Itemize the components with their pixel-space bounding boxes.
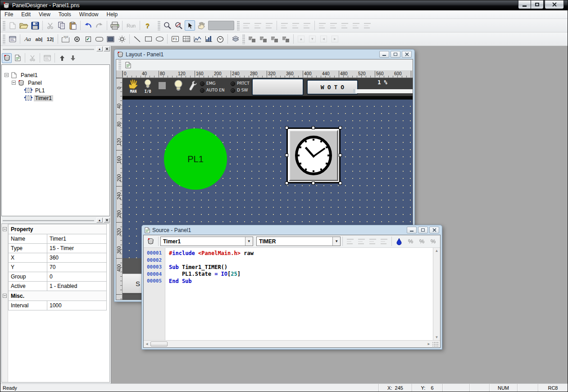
property-key[interactable]: Group bbox=[9, 272, 47, 282]
item-properties-button[interactable] bbox=[42, 53, 52, 63]
resize-handle-s[interactable] bbox=[312, 182, 315, 185]
resize-handle-e[interactable] bbox=[339, 154, 342, 157]
object-combo[interactable]: Timer1 ▼ bbox=[160, 237, 253, 246]
property-key[interactable]: Name bbox=[9, 234, 47, 244]
fit-left-icon[interactable]: ◄ bbox=[318, 34, 329, 44]
tree-item-panel[interactable]: Panel bbox=[2, 79, 109, 87]
property-value[interactable]: 0 bbox=[47, 272, 107, 282]
open-icon[interactable] bbox=[18, 20, 29, 31]
button-tool-icon[interactable] bbox=[94, 34, 105, 44]
macro-percent2-icon[interactable]: % bbox=[417, 236, 427, 246]
scroll-down-icon[interactable]: ▼ bbox=[435, 335, 439, 339]
property-key[interactable]: Active bbox=[9, 282, 47, 291]
align-left-icon[interactable] bbox=[279, 20, 290, 31]
run-button[interactable]: Run bbox=[125, 20, 137, 31]
uncomment-icon[interactable] bbox=[379, 236, 389, 246]
toolbar-grip[interactable] bbox=[242, 34, 245, 44]
rect-tool-icon[interactable] bbox=[143, 34, 154, 44]
vertical-scrollbar[interactable]: ▲ ▼ bbox=[433, 248, 440, 340]
line-tool-icon[interactable] bbox=[132, 34, 142, 44]
man-hand-icon[interactable] bbox=[128, 79, 139, 90]
property-value[interactable]: 1 - Enabled bbox=[47, 282, 107, 291]
blank-panel-button[interactable] bbox=[252, 79, 303, 95]
property-value[interactable]: 1000 bbox=[47, 301, 107, 310]
mode-button-disabled[interactable] bbox=[208, 21, 234, 30]
tree-item-timer1[interactable]: Timer1 bbox=[2, 94, 109, 102]
tree-pane-header[interactable]: ▲ bbox=[0, 46, 111, 52]
pl1-lamp-widget[interactable]: PL1 bbox=[164, 128, 227, 190]
ellipse-tool-icon[interactable] bbox=[154, 34, 165, 44]
toolbar-grip[interactable] bbox=[3, 21, 5, 31]
graph-tool-icon[interactable] bbox=[192, 34, 203, 44]
show-layout-button[interactable] bbox=[2, 53, 12, 63]
macro-percent3-icon[interactable]: % bbox=[428, 236, 438, 246]
child-restore-button[interactable] bbox=[391, 51, 400, 58]
resize-handle-w[interactable] bbox=[285, 154, 288, 157]
pane-collapse-button[interactable]: ▲ bbox=[96, 46, 103, 51]
emg-led[interactable] bbox=[200, 82, 204, 86]
property-pane-header[interactable]: ▲ bbox=[0, 217, 111, 223]
align-top-icon[interactable] bbox=[241, 20, 252, 31]
align-bottom-icon[interactable] bbox=[264, 20, 274, 31]
form-properties-icon[interactable] bbox=[7, 34, 18, 44]
cut-icon[interactable] bbox=[45, 20, 55, 31]
toolbar-grip[interactable] bbox=[158, 21, 160, 31]
image-tool-icon[interactable] bbox=[105, 34, 116, 44]
property-value[interactable]: Timer1 bbox=[47, 234, 107, 244]
resize-handle-sw[interactable] bbox=[285, 182, 288, 185]
zoom-icon[interactable] bbox=[162, 20, 173, 31]
move-up-button[interactable] bbox=[57, 53, 67, 63]
property-value[interactable]: 360 bbox=[47, 253, 107, 263]
view-source-icon[interactable] bbox=[123, 60, 133, 70]
backward-one-icon[interactable] bbox=[281, 34, 291, 44]
same-width-icon[interactable] bbox=[340, 20, 350, 31]
resize-handle-n[interactable] bbox=[312, 126, 315, 129]
layers-icon[interactable] bbox=[230, 34, 241, 44]
property-key[interactable]: Y bbox=[9, 263, 47, 272]
horizontal-scrollbar[interactable]: ◄ ► bbox=[144, 340, 440, 347]
menu-file[interactable]: File bbox=[0, 10, 17, 18]
toolbar-grip[interactable] bbox=[3, 34, 5, 44]
property-value[interactable]: 70 bbox=[47, 263, 107, 272]
tree-expander-icon[interactable] bbox=[5, 73, 9, 77]
redo-icon[interactable] bbox=[94, 20, 105, 31]
property-category[interactable]: Property bbox=[9, 224, 107, 234]
indent-decrease-icon[interactable] bbox=[356, 236, 367, 246]
pane-splitter[interactable] bbox=[3, 48, 94, 50]
copy-icon[interactable] bbox=[56, 20, 67, 31]
print-icon[interactable] bbox=[109, 20, 120, 31]
space-down-icon[interactable] bbox=[328, 20, 339, 31]
show-source-button[interactable] bbox=[13, 53, 23, 63]
align-vcenter-icon[interactable] bbox=[253, 20, 263, 31]
autoen-led[interactable] bbox=[200, 88, 204, 93]
pane-collapse-button[interactable]: ▲ bbox=[96, 218, 103, 223]
child-close-button[interactable] bbox=[429, 227, 439, 233]
resize-handle-ne[interactable] bbox=[339, 126, 342, 129]
syntax-color-icon[interactable] bbox=[394, 236, 404, 246]
undo-icon[interactable] bbox=[83, 20, 93, 31]
wrench-icon[interactable] bbox=[188, 79, 197, 93]
fkey-tool-icon[interactable]: F1 bbox=[170, 34, 180, 44]
property-category[interactable]: Misc. bbox=[9, 291, 107, 301]
code-area[interactable]: 00001 #include <PanelMain.h> raw 00002 0… bbox=[144, 248, 433, 340]
zoom-off-icon[interactable] bbox=[173, 20, 184, 31]
tree-item-pl1[interactable]: PL1 bbox=[2, 87, 109, 94]
lamp-tool-icon[interactable] bbox=[117, 34, 127, 44]
send-back-icon[interactable] bbox=[258, 34, 268, 44]
woto-button[interactable]: WOTO bbox=[307, 80, 358, 94]
resize-handle-se[interactable] bbox=[339, 182, 342, 185]
scroll-left-icon[interactable]: ◄ bbox=[145, 342, 149, 346]
new-icon[interactable] bbox=[7, 20, 18, 31]
io-bulb-icon[interactable] bbox=[144, 79, 151, 90]
forward-one-icon[interactable] bbox=[269, 34, 280, 44]
paste-icon[interactable] bbox=[68, 20, 78, 31]
pane-close-button[interactable] bbox=[104, 46, 110, 51]
close-button[interactable] bbox=[545, 0, 564, 9]
space-across-icon[interactable] bbox=[317, 20, 327, 31]
chevron-down-icon[interactable]: ▼ bbox=[245, 237, 253, 246]
minimize-button[interactable] bbox=[518, 0, 531, 9]
align-right-icon[interactable] bbox=[302, 20, 312, 31]
child-restore-button[interactable] bbox=[418, 227, 428, 233]
scroll-right-icon[interactable]: ► bbox=[427, 342, 431, 346]
source-window-titlebar[interactable]: Source - Panel1 bbox=[143, 225, 441, 235]
